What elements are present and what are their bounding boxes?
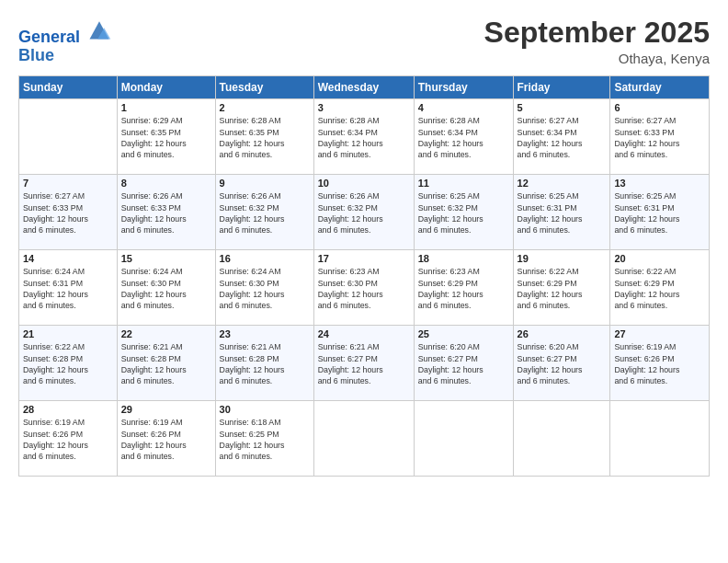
day-number: 15 (121, 253, 211, 264)
calendar-cell (313, 401, 414, 477)
logo-icon (86, 17, 112, 42)
day-info: Sunrise: 6:22 AMSunset: 6:29 PMDaylight:… (614, 266, 705, 311)
day-info: Sunrise: 6:24 AMSunset: 6:31 PMDaylight:… (23, 266, 113, 311)
day-number: 13 (614, 178, 705, 189)
day-info: Sunrise: 6:23 AMSunset: 6:30 PMDaylight:… (318, 266, 410, 311)
title-block: September 2025 Othaya, Kenya (484, 17, 710, 66)
day-info: Sunrise: 6:26 AMSunset: 6:32 PMDaylight:… (220, 190, 310, 236)
calendar-cell: 16Sunrise: 6:24 AMSunset: 6:30 PMDayligh… (215, 250, 313, 326)
day-number: 2 (220, 102, 310, 113)
day-number: 22 (121, 328, 211, 339)
calendar-cell: 29Sunrise: 6:19 AMSunset: 6:26 PMDayligh… (117, 401, 215, 477)
day-info: Sunrise: 6:27 AMSunset: 6:33 PMDaylight:… (23, 190, 113, 236)
calendar-cell: 18Sunrise: 6:23 AMSunset: 6:29 PMDayligh… (414, 250, 513, 326)
day-number: 4 (418, 102, 509, 113)
calendar-cell: 7Sunrise: 6:27 AMSunset: 6:33 PMDaylight… (19, 175, 118, 250)
day-info: Sunrise: 6:21 AMSunset: 6:27 PMDaylight:… (318, 341, 410, 386)
day-info: Sunrise: 6:19 AMSunset: 6:26 PMDaylight:… (614, 341, 705, 386)
header-tuesday: Tuesday (215, 76, 313, 99)
header-wednesday: Wednesday (313, 76, 414, 99)
calendar-cell: 23Sunrise: 6:21 AMSunset: 6:28 PMDayligh… (215, 326, 313, 401)
calendar-cell (19, 99, 118, 175)
header-sunday: Sunday (19, 76, 118, 99)
header-friday: Friday (513, 76, 610, 99)
calendar-cell: 26Sunrise: 6:20 AMSunset: 6:27 PMDayligh… (513, 326, 610, 401)
calendar-cell: 2Sunrise: 6:28 AMSunset: 6:35 PMDaylight… (215, 99, 313, 175)
header: General Blue September 2025 Othaya, Keny… (18, 17, 710, 66)
day-number: 26 (518, 328, 607, 339)
day-number: 16 (220, 253, 310, 264)
calendar-cell: 6Sunrise: 6:27 AMSunset: 6:33 PMDaylight… (610, 99, 710, 175)
calendar-cell: 30Sunrise: 6:18 AMSunset: 6:25 PMDayligh… (215, 401, 313, 477)
calendar-cell: 12Sunrise: 6:25 AMSunset: 6:31 PMDayligh… (513, 175, 610, 250)
calendar-cell: 25Sunrise: 6:20 AMSunset: 6:27 PMDayligh… (414, 326, 513, 401)
day-number: 7 (23, 178, 113, 189)
day-info: Sunrise: 6:28 AMSunset: 6:34 PMDaylight:… (318, 115, 410, 160)
calendar-cell: 20Sunrise: 6:22 AMSunset: 6:29 PMDayligh… (610, 250, 710, 326)
calendar-cell: 10Sunrise: 6:26 AMSunset: 6:32 PMDayligh… (313, 175, 414, 250)
day-info: Sunrise: 6:19 AMSunset: 6:26 PMDaylight:… (121, 417, 211, 462)
day-info: Sunrise: 6:25 AMSunset: 6:31 PMDaylight:… (614, 190, 705, 236)
day-info: Sunrise: 6:25 AMSunset: 6:32 PMDaylight:… (418, 190, 509, 236)
calendar-cell: 8Sunrise: 6:26 AMSunset: 6:33 PMDaylight… (117, 175, 215, 250)
day-number: 27 (614, 328, 705, 339)
day-info: Sunrise: 6:24 AMSunset: 6:30 PMDaylight:… (121, 266, 211, 311)
day-info: Sunrise: 6:18 AMSunset: 6:25 PMDaylight:… (220, 417, 310, 462)
month-title: September 2025 (484, 17, 710, 49)
logo-text: General (18, 17, 112, 47)
day-info: Sunrise: 6:25 AMSunset: 6:31 PMDaylight:… (518, 190, 607, 236)
day-info: Sunrise: 6:27 AMSunset: 6:33 PMDaylight:… (614, 115, 705, 160)
header-saturday: Saturday (610, 76, 710, 99)
calendar-cell: 3Sunrise: 6:28 AMSunset: 6:34 PMDaylight… (313, 99, 414, 175)
calendar-week-4: 21Sunrise: 6:22 AMSunset: 6:28 PMDayligh… (19, 326, 710, 401)
location: Othaya, Kenya (484, 51, 710, 66)
day-number: 24 (318, 328, 410, 339)
calendar-week-2: 7Sunrise: 6:27 AMSunset: 6:33 PMDaylight… (19, 175, 710, 250)
day-number: 28 (23, 404, 113, 415)
day-number: 29 (121, 404, 211, 415)
day-number: 6 (614, 102, 705, 113)
day-info: Sunrise: 6:19 AMSunset: 6:26 PMDaylight:… (23, 417, 113, 462)
day-info: Sunrise: 6:24 AMSunset: 6:30 PMDaylight:… (220, 266, 310, 311)
calendar-cell: 14Sunrise: 6:24 AMSunset: 6:31 PMDayligh… (19, 250, 118, 326)
calendar-header-row: Sunday Monday Tuesday Wednesday Thursday… (19, 76, 710, 99)
day-number: 14 (23, 253, 113, 264)
day-number: 8 (121, 178, 211, 189)
calendar-cell (513, 401, 610, 477)
day-number: 19 (518, 253, 607, 264)
calendar-cell: 5Sunrise: 6:27 AMSunset: 6:34 PMDaylight… (513, 99, 610, 175)
calendar-cell: 13Sunrise: 6:25 AMSunset: 6:31 PMDayligh… (610, 175, 710, 250)
day-number: 21 (23, 328, 113, 339)
day-number: 12 (518, 178, 607, 189)
day-number: 5 (518, 102, 607, 113)
calendar-cell: 24Sunrise: 6:21 AMSunset: 6:27 PMDayligh… (313, 326, 414, 401)
day-info: Sunrise: 6:20 AMSunset: 6:27 PMDaylight:… (518, 341, 607, 386)
day-info: Sunrise: 6:27 AMSunset: 6:34 PMDaylight:… (518, 115, 607, 160)
calendar-cell: 4Sunrise: 6:28 AMSunset: 6:34 PMDaylight… (414, 99, 513, 175)
day-info: Sunrise: 6:20 AMSunset: 6:27 PMDaylight:… (418, 341, 509, 386)
day-info: Sunrise: 6:28 AMSunset: 6:35 PMDaylight:… (220, 115, 310, 160)
day-info: Sunrise: 6:23 AMSunset: 6:29 PMDaylight:… (418, 266, 509, 311)
header-thursday: Thursday (414, 76, 513, 99)
calendar-cell: 19Sunrise: 6:22 AMSunset: 6:29 PMDayligh… (513, 250, 610, 326)
day-number: 1 (121, 102, 211, 113)
calendar-table: Sunday Monday Tuesday Wednesday Thursday… (18, 75, 710, 477)
calendar-cell: 11Sunrise: 6:25 AMSunset: 6:32 PMDayligh… (414, 175, 513, 250)
day-info: Sunrise: 6:21 AMSunset: 6:28 PMDaylight:… (220, 341, 310, 386)
calendar-cell (610, 401, 710, 477)
page: General Blue September 2025 Othaya, Keny… (0, 0, 728, 563)
day-number: 25 (418, 328, 509, 339)
day-number: 17 (318, 253, 410, 264)
day-number: 10 (318, 178, 410, 189)
day-number: 23 (220, 328, 310, 339)
calendar-week-3: 14Sunrise: 6:24 AMSunset: 6:31 PMDayligh… (19, 250, 710, 326)
logo: General Blue (18, 17, 112, 65)
day-info: Sunrise: 6:26 AMSunset: 6:33 PMDaylight:… (121, 190, 211, 236)
calendar-week-1: 1Sunrise: 6:29 AMSunset: 6:35 PMDaylight… (19, 99, 710, 175)
day-number: 11 (418, 178, 509, 189)
logo-blue: Blue (18, 47, 112, 65)
calendar-cell: 9Sunrise: 6:26 AMSunset: 6:32 PMDaylight… (215, 175, 313, 250)
logo-general: General (18, 28, 80, 46)
day-number: 30 (220, 404, 310, 415)
day-number: 20 (614, 253, 705, 264)
